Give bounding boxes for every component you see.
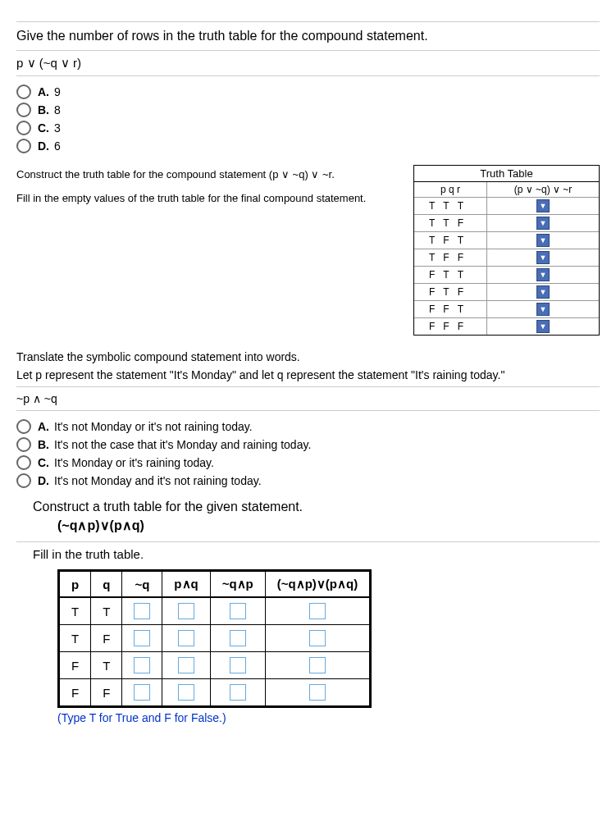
dropdown-icon[interactable]: ▼: [536, 303, 550, 316]
col-final: (~q∧p)∨(p∧q): [265, 571, 370, 598]
q3-option-b[interactable]: B. It's not the case that it's Monday an…: [16, 436, 600, 454]
radio-icon[interactable]: [16, 84, 31, 99]
table-row: FFF▼: [414, 318, 599, 336]
table-row: FTF▼: [414, 284, 599, 301]
q2-line1: Construct the truth table for the compou…: [16, 168, 405, 180]
option-letter: C.: [38, 456, 49, 469]
answer-input[interactable]: [309, 657, 326, 673]
option-text: 8: [54, 103, 61, 116]
tt-header-expr: (p ∨ ~q) ∨ ~r: [487, 182, 600, 198]
q1-option-d[interactable]: D. 6: [16, 137, 600, 155]
radio-icon[interactable]: [16, 121, 31, 135]
option-letter: A.: [38, 85, 49, 98]
option-letter: B.: [38, 103, 49, 116]
dropdown-icon[interactable]: ▼: [536, 217, 550, 230]
answer-input[interactable]: [230, 603, 246, 619]
answer-input[interactable]: [230, 684, 246, 701]
truth-table-title: Truth Table: [414, 166, 599, 182]
table-row: FT: [59, 652, 371, 679]
table-row: TTF▼: [414, 215, 599, 232]
q1-expression: p ∨ (~q ∨ r): [16, 56, 600, 71]
q4-fill-prompt: Fill in the truth table.: [33, 547, 600, 561]
dropdown-icon[interactable]: ▼: [536, 199, 550, 212]
answer-input[interactable]: [134, 630, 150, 646]
q1-option-c[interactable]: C. 3: [16, 119, 600, 137]
radio-icon[interactable]: [16, 419, 31, 434]
radio-icon[interactable]: [16, 437, 31, 452]
radio-icon[interactable]: [16, 139, 31, 153]
q3-expression: ~p ∧ ~q: [16, 392, 600, 405]
option-letter: D.: [38, 474, 49, 487]
radio-icon[interactable]: [16, 473, 31, 488]
table-row: FF: [59, 679, 371, 707]
q3-options: A. It's not Monday or it's not raining t…: [16, 418, 600, 490]
answer-input[interactable]: [134, 684, 150, 701]
answer-input[interactable]: [230, 657, 246, 673]
col-notq: ~q: [122, 571, 162, 598]
option-text: It's not Monday or it's not raining toda…: [54, 420, 253, 433]
option-letter: B.: [38, 438, 49, 451]
radio-icon[interactable]: [16, 103, 31, 117]
answer-input[interactable]: [134, 657, 150, 673]
q3-line2: Let p represent the statement "It's Mond…: [16, 368, 600, 381]
col-q: q: [91, 571, 122, 598]
option-letter: A.: [38, 420, 49, 433]
dropdown-icon[interactable]: ▼: [536, 251, 550, 264]
q1-option-b[interactable]: B. 8: [16, 101, 600, 119]
table-row: TT: [59, 597, 371, 625]
q4-title: Construct a truth table for the given st…: [33, 500, 600, 514]
answer-input[interactable]: [178, 657, 194, 673]
q3-option-d[interactable]: D. It's not Monday and it's not raining …: [16, 472, 600, 490]
q4-expression: (~q∧p)∨(p∧q): [57, 518, 600, 533]
col-p: p: [59, 571, 91, 598]
q1-prompt: Give the number of rows in the truth tab…: [16, 29, 600, 43]
answer-input[interactable]: [309, 684, 326, 701]
col-pandq: p∧q: [162, 571, 210, 598]
option-text: 9: [54, 85, 61, 98]
table-row: TF: [59, 625, 371, 652]
option-text: 3: [54, 121, 61, 135]
dropdown-icon[interactable]: ▼: [536, 285, 550, 299]
answer-input[interactable]: [230, 630, 246, 646]
answer-input[interactable]: [309, 603, 326, 619]
table-row: FFT▼: [414, 301, 599, 318]
q3-option-a[interactable]: A. It's not Monday or it's not raining t…: [16, 418, 600, 436]
option-text: 6: [54, 139, 61, 153]
tt-header-pqr: p q r: [414, 182, 487, 198]
q1-options: A. 9 B. 8 C. 3 D. 6: [16, 83, 600, 155]
q3-line1: Translate the symbolic compound statemen…: [16, 350, 600, 363]
q3-option-c[interactable]: C. It's Monday or it's raining today.: [16, 454, 600, 472]
radio-icon[interactable]: [16, 455, 31, 470]
dropdown-icon[interactable]: ▼: [536, 268, 550, 281]
answer-input[interactable]: [178, 684, 194, 701]
table-row: FTT▼: [414, 267, 599, 284]
option-text: It's Monday or it's raining today.: [54, 456, 214, 469]
answer-input[interactable]: [178, 630, 194, 646]
truth-table: p q r (p ∨ ~q) ∨ ~r TTT▼ TTF▼ TFT▼ TFF▼ …: [414, 182, 599, 335]
truth-table-box: Truth Table p q r (p ∨ ~q) ∨ ~r TTT▼ TTF…: [413, 165, 600, 336]
option-text: It's not the case that it's Monday and r…: [54, 438, 311, 451]
q4-note: (Type T for True and F for False.): [57, 711, 600, 724]
option-letter: D.: [38, 139, 49, 153]
dropdown-icon[interactable]: ▼: [536, 320, 550, 333]
answer-input[interactable]: [178, 603, 194, 619]
col-notqandp: ~q∧p: [210, 571, 265, 598]
q1-option-a[interactable]: A. 9: [16, 83, 600, 101]
dropdown-icon[interactable]: ▼: [536, 234, 550, 247]
q2-line2: Fill in the empty values of the truth ta…: [16, 192, 405, 204]
table-row: TFF▼: [414, 249, 599, 267]
table-row: TFT▼: [414, 232, 599, 249]
q4-truth-table: p q ~q p∧q ~q∧p (~q∧p)∨(p∧q) TT TF FT: [57, 569, 372, 708]
answer-input[interactable]: [309, 630, 326, 646]
option-letter: C.: [38, 121, 49, 135]
answer-input[interactable]: [134, 603, 150, 619]
table-row: TTT▼: [414, 198, 599, 215]
option-text: It's not Monday and it's not raining tod…: [54, 474, 262, 487]
